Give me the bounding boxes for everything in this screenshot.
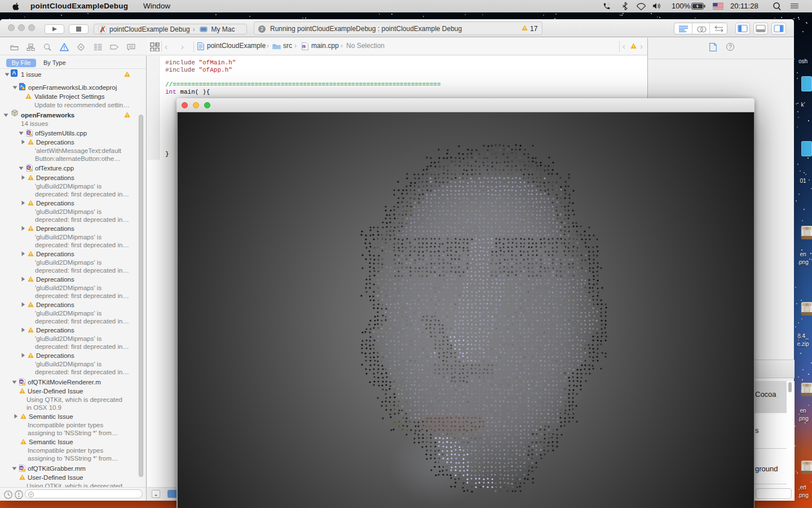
svg-text:C: C	[303, 45, 305, 49]
